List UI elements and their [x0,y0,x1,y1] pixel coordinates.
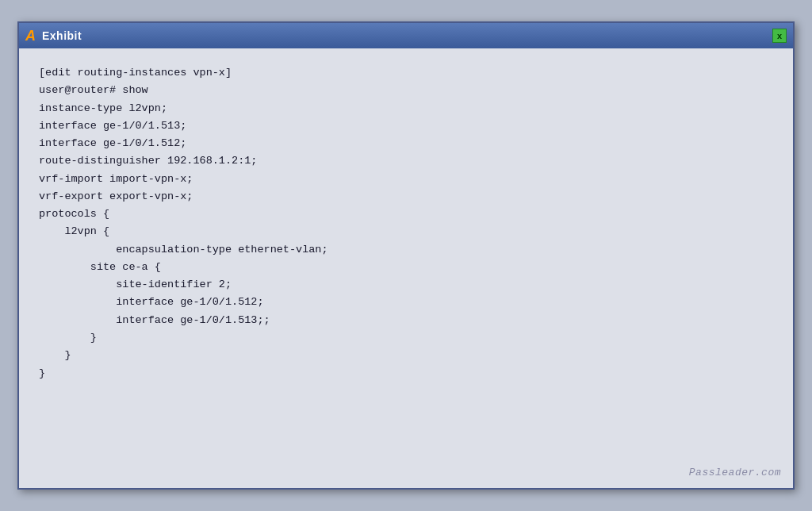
content-area: [edit routing-instances vpn-x] user@rout… [19,48,793,488]
code-block: [edit routing-instances vpn-x] user@rout… [39,64,773,382]
exhibit-window: A Exhibit x [edit routing-instances vpn-… [17,21,795,490]
title-bar-left: A Exhibit [25,28,82,44]
window-title: Exhibit [42,29,82,42]
title-icon: A [25,28,36,44]
close-button[interactable]: x [772,29,787,43]
watermark: Passleader.com [689,467,781,478]
title-bar: A Exhibit x [19,23,793,48]
